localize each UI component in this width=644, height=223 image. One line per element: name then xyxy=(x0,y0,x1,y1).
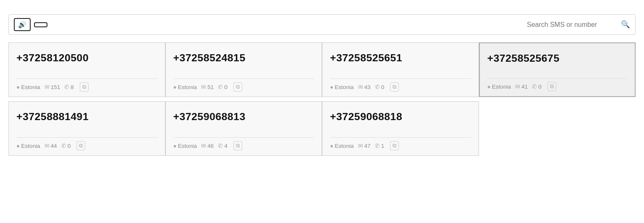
call-count: 0 xyxy=(68,143,71,149)
copy-icon: ⧉ xyxy=(79,142,83,149)
search-box: 🔍 xyxy=(527,20,630,29)
call-count: 1 xyxy=(381,143,385,149)
call-icon: ✆ xyxy=(375,142,380,149)
phone-card[interactable]: +37258525675● Estonia✉ 41✆ 0⧉ xyxy=(479,42,636,97)
row-separator xyxy=(8,97,636,101)
location-item: ● Estonia xyxy=(173,84,197,90)
free-sms-button[interactable] xyxy=(34,22,47,27)
phone-meta: ● Estonia✉ 151✆ 8⧉ xyxy=(16,79,157,92)
sms-count-item: ✉ 43 xyxy=(358,84,371,90)
empty-cell xyxy=(479,101,636,156)
copy-icon: ⧉ xyxy=(236,84,240,90)
phone-meta: ● Estonia✉ 41✆ 0⧉ xyxy=(487,78,628,91)
sms-count-item: ✉ 41 xyxy=(515,83,528,90)
call-count: 0 xyxy=(538,84,542,90)
call-count: 0 xyxy=(381,84,385,90)
toolbar-left: 🔊 xyxy=(14,18,47,31)
sms-count: 46 xyxy=(207,143,214,149)
sms-count: 151 xyxy=(51,84,60,90)
call-count-item: ✆ 0 xyxy=(532,83,542,90)
sound-button[interactable]: 🔊 xyxy=(14,18,31,31)
call-count-item: ✆ 4 xyxy=(218,142,228,149)
country-label: Estonia xyxy=(178,84,197,90)
country-label: Estonia xyxy=(21,84,40,90)
sms-icon: ✉ xyxy=(45,84,50,90)
sms-count-item: ✉ 51 xyxy=(201,84,214,90)
location-item: ● Estonia xyxy=(330,84,354,90)
location-item: ● Estonia xyxy=(330,143,354,149)
sms-icon: ✉ xyxy=(201,84,206,90)
copy-icon: ⧉ xyxy=(550,83,554,89)
toolbar: 🔊 🔍 xyxy=(8,14,636,35)
call-count-item: ✆ 8 xyxy=(64,84,74,90)
phone-card[interactable]: +37258525651● Estonia✉ 43✆ 0⧉ xyxy=(322,42,479,97)
phone-card[interactable]: +37258881491● Estonia✉ 44✆ 0⧉ xyxy=(8,101,165,156)
location-item: ● Estonia xyxy=(16,84,40,90)
phone-number: +37259068818 xyxy=(330,111,471,123)
call-icon: ✆ xyxy=(61,142,66,149)
sound-icon: 🔊 xyxy=(18,21,26,29)
call-icon: ✆ xyxy=(218,142,223,149)
call-icon: ✆ xyxy=(532,83,537,90)
sms-count: 51 xyxy=(207,84,214,90)
phone-number: +37258525651 xyxy=(330,52,471,64)
phone-number: +37258525675 xyxy=(487,52,628,64)
phone-number: +37258120500 xyxy=(16,52,157,64)
sms-count-item: ✉ 151 xyxy=(45,84,60,90)
sms-count: 43 xyxy=(364,84,371,90)
location-item: ● Estonia xyxy=(173,143,197,149)
call-icon: ✆ xyxy=(64,84,69,90)
copy-button[interactable]: ⧉ xyxy=(76,141,85,150)
call-count-item: ✆ 0 xyxy=(218,84,228,90)
phone-number: +37259068813 xyxy=(173,111,314,123)
call-count: 4 xyxy=(224,143,228,149)
country-label: Estonia xyxy=(335,84,353,90)
call-icon: ✆ xyxy=(375,84,380,90)
sms-icon: ✉ xyxy=(45,142,50,149)
search-button[interactable]: 🔍 xyxy=(621,20,630,29)
copy-button[interactable]: ⧉ xyxy=(547,82,556,91)
copy-button[interactable]: ⧉ xyxy=(233,141,242,150)
phone-meta: ● Estonia✉ 46✆ 4⧉ xyxy=(173,137,314,150)
copy-icon: ⧉ xyxy=(82,84,86,90)
phone-grid: +37258120500● Estonia✉ 151✆ 8⧉+372585248… xyxy=(8,42,636,156)
copy-icon: ⧉ xyxy=(393,142,396,149)
copy-button[interactable]: ⧉ xyxy=(390,141,399,150)
phone-number: +37258524815 xyxy=(173,52,314,64)
sms-icon: ✉ xyxy=(358,84,363,90)
phone-meta: ● Estonia✉ 43✆ 0⧉ xyxy=(330,79,471,92)
location-icon: ● xyxy=(16,84,20,90)
country-label: Estonia xyxy=(178,143,197,149)
copy-button[interactable]: ⧉ xyxy=(233,82,242,92)
sms-count: 41 xyxy=(521,84,528,90)
country-label: Estonia xyxy=(335,143,353,149)
sms-count: 44 xyxy=(51,143,57,149)
call-count-item: ✆ 1 xyxy=(375,142,385,149)
phone-card[interactable]: +37258120500● Estonia✉ 151✆ 8⧉ xyxy=(8,42,165,97)
copy-button[interactable]: ⧉ xyxy=(390,82,399,92)
call-count-item: ✆ 0 xyxy=(375,84,385,90)
location-item: ● Estonia xyxy=(487,84,511,90)
sms-icon: ✉ xyxy=(201,142,206,149)
sms-count: 47 xyxy=(364,143,371,149)
location-icon: ● xyxy=(16,143,20,149)
phone-card[interactable]: +37258524815● Estonia✉ 51✆ 0⧉ xyxy=(165,42,322,97)
search-input[interactable] xyxy=(527,21,619,29)
search-icon: 🔍 xyxy=(621,20,630,29)
sms-count-item: ✉ 47 xyxy=(358,142,371,149)
phone-meta: ● Estonia✉ 51✆ 0⧉ xyxy=(173,79,314,92)
copy-icon: ⧉ xyxy=(236,142,240,149)
location-icon: ● xyxy=(330,84,333,90)
sms-count-item: ✉ 46 xyxy=(201,142,214,149)
phone-card[interactable]: +37259068818● Estonia✉ 47✆ 1⧉ xyxy=(322,101,479,156)
phone-card[interactable]: +37259068813● Estonia✉ 46✆ 4⧉ xyxy=(165,101,322,156)
call-count: 0 xyxy=(224,84,228,90)
sms-icon: ✉ xyxy=(358,142,363,149)
copy-icon: ⧉ xyxy=(393,84,396,90)
location-item: ● Estonia xyxy=(16,143,40,149)
copy-button[interactable]: ⧉ xyxy=(80,82,89,92)
sms-count-item: ✉ 44 xyxy=(45,142,57,149)
phone-meta: ● Estonia✉ 44✆ 0⧉ xyxy=(16,137,157,150)
location-icon: ● xyxy=(487,84,491,90)
phone-number: +37258881491 xyxy=(16,111,157,123)
